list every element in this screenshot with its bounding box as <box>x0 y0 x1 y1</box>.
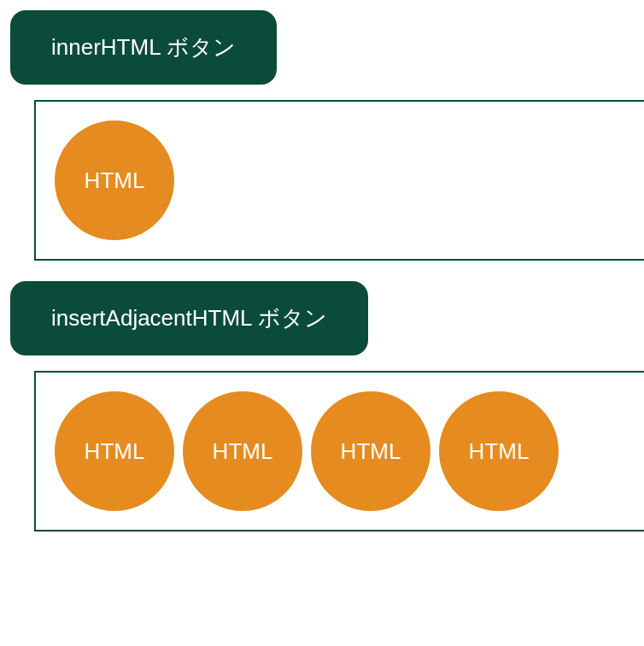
html-circle: HTML <box>439 391 559 511</box>
html-circle: HTML <box>55 120 174 240</box>
innerhtml-button[interactable]: innerHTML ボタン <box>10 10 277 85</box>
insertadjacent-output: HTML HTML HTML HTML <box>34 371 644 531</box>
html-circle: HTML <box>55 391 174 511</box>
insertadjacent-section: insertAdjacentHTML ボタン HTML HTML HTML HT… <box>10 281 644 531</box>
innerhtml-section: innerHTML ボタン HTML <box>10 10 644 261</box>
insertadjacenthtml-button[interactable]: insertAdjacentHTML ボタン <box>10 281 368 355</box>
html-circle: HTML <box>311 391 430 511</box>
html-circle: HTML <box>183 391 302 511</box>
innerhtml-output: HTML <box>34 100 644 261</box>
